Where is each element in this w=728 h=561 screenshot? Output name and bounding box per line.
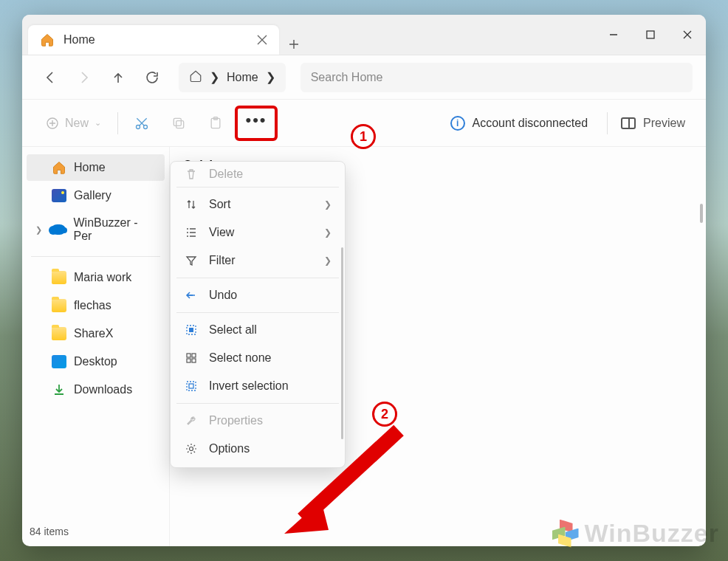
svg-rect-11	[189, 328, 193, 332]
sidebar-item-desktop[interactable]: Desktop	[27, 348, 165, 375]
address-bar: ❯ Home ❯	[22, 55, 706, 100]
menu-item-sort[interactable]: Sort ❯	[171, 190, 345, 218]
svg-rect-0	[647, 31, 654, 38]
svg-rect-4	[176, 120, 184, 128]
close-icon[interactable]	[257, 35, 267, 45]
maximize-button[interactable]	[632, 15, 669, 55]
trash-icon	[184, 168, 199, 180]
chevron-right-icon: ❯	[324, 227, 332, 238]
chevron-right-icon[interactable]: ❯	[35, 225, 44, 235]
home-icon	[189, 69, 202, 86]
svg-rect-15	[192, 359, 196, 362]
menu-item-label: Options	[209, 442, 250, 455]
search-box[interactable]	[301, 63, 693, 92]
sidebar-item-label: ShareX	[74, 327, 113, 340]
annotation-step-1: 1	[351, 124, 376, 149]
separator	[176, 278, 339, 278]
svg-rect-5	[174, 118, 181, 125]
menu-item-invert-selection[interactable]: Invert selection	[171, 372, 345, 400]
sidebar-item-onedrive[interactable]: ❯ WinBuzzer - Per	[27, 210, 165, 249]
separator	[176, 403, 339, 404]
menu-item-view[interactable]: View ❯	[171, 218, 345, 247]
copy-button[interactable]	[161, 109, 196, 138]
sidebar-item-label: Home	[74, 161, 106, 174]
up-button[interactable]	[103, 63, 133, 92]
svg-rect-12	[187, 354, 190, 357]
separator	[31, 256, 160, 257]
new-button[interactable]: New ⌄	[35, 109, 111, 138]
preview-button[interactable]: Preview	[614, 109, 693, 138]
tab-strip: Home	[22, 15, 595, 55]
account-status-label: Account disconnected	[473, 117, 588, 130]
separator	[176, 312, 339, 313]
address-path[interactable]: ❯ Home ❯	[179, 63, 286, 92]
sidebar-item-flechas[interactable]: flechas	[27, 292, 165, 319]
file-explorer-window: Home ❯ Home ❯	[22, 15, 706, 546]
home-icon	[40, 32, 55, 47]
menu-item-label: Sort	[209, 198, 230, 211]
paste-button[interactable]	[198, 109, 233, 138]
logo-icon	[552, 520, 580, 548]
folder-icon	[52, 298, 66, 313]
back-button[interactable]	[35, 63, 65, 92]
filter-icon	[184, 255, 199, 266]
menu-item-label: Delete	[209, 168, 243, 181]
menu-item-delete[interactable]: Delete	[171, 166, 345, 184]
sidebar-item-gallery[interactable]: Gallery	[27, 182, 165, 209]
select-all-icon	[184, 324, 199, 336]
undo-icon	[184, 289, 199, 301]
window-controls	[595, 15, 706, 55]
more-button[interactable]: •••	[235, 106, 278, 141]
chevron-down-icon: ⌄	[95, 118, 101, 128]
status-bar: 84 items	[30, 526, 69, 537]
svg-rect-14	[187, 359, 190, 362]
folder-icon	[52, 270, 66, 285]
tab-home[interactable]: Home	[28, 25, 279, 55]
scrollbar-thumb[interactable]	[700, 204, 703, 223]
menu-item-label: Invert selection	[209, 379, 289, 393]
invert-selection-icon	[184, 380, 199, 392]
cut-button[interactable]	[124, 109, 159, 138]
refresh-button[interactable]	[137, 63, 167, 92]
folder-icon	[52, 326, 66, 341]
download-icon	[52, 382, 66, 397]
close-button[interactable]	[669, 15, 706, 55]
sidebar-item-label: WinBuzzer - Per	[73, 216, 156, 243]
watermark: WinBuzzer	[552, 519, 719, 548]
breadcrumb-location[interactable]: Home	[227, 71, 258, 84]
annotation-step-2: 2	[372, 402, 397, 427]
forward-button[interactable]	[69, 63, 99, 92]
minimize-button[interactable]	[595, 15, 632, 55]
separator	[176, 187, 339, 187]
chevron-right-icon: ❯	[210, 70, 219, 84]
account-status[interactable]: i Account disconnected	[437, 116, 602, 131]
menu-item-label: View	[209, 226, 234, 239]
sidebar-item-maria-work[interactable]: Maria work	[27, 264, 165, 291]
onedrive-icon	[51, 222, 66, 237]
svg-rect-17	[189, 384, 193, 388]
search-input[interactable]	[311, 71, 682, 84]
separator	[117, 112, 118, 134]
menu-item-undo[interactable]: Undo	[171, 281, 345, 309]
sidebar-item-label: flechas	[74, 299, 111, 312]
chevron-right-icon[interactable]: ❯	[266, 70, 275, 84]
new-button-label: New	[65, 117, 89, 130]
menu-item-label: Undo	[209, 289, 237, 302]
menu-item-label: Filter	[209, 254, 236, 267]
menu-item-select-all[interactable]: Select all	[171, 316, 345, 344]
sidebar-item-downloads[interactable]: Downloads	[27, 376, 165, 403]
navigation-pane: Home Gallery ❯ WinBuzzer - Per Maria wor…	[22, 147, 170, 546]
chevron-right-icon: ❯	[324, 199, 332, 210]
new-tab-button[interactable]	[279, 38, 309, 50]
gallery-icon	[52, 188, 66, 203]
sidebar-item-sharex[interactable]: ShareX	[27, 320, 165, 347]
separator	[607, 112, 608, 134]
preview-icon	[621, 117, 636, 129]
menu-item-select-none[interactable]: Select none	[171, 344, 345, 372]
watermark-text: WinBuzzer	[585, 519, 719, 548]
sidebar-item-label: Downloads	[74, 383, 132, 396]
sidebar-item-home[interactable]: Home	[27, 154, 165, 181]
select-none-icon	[184, 352, 199, 364]
menu-item-filter[interactable]: Filter ❯	[171, 247, 345, 275]
sidebar-item-label: Desktop	[74, 355, 117, 368]
